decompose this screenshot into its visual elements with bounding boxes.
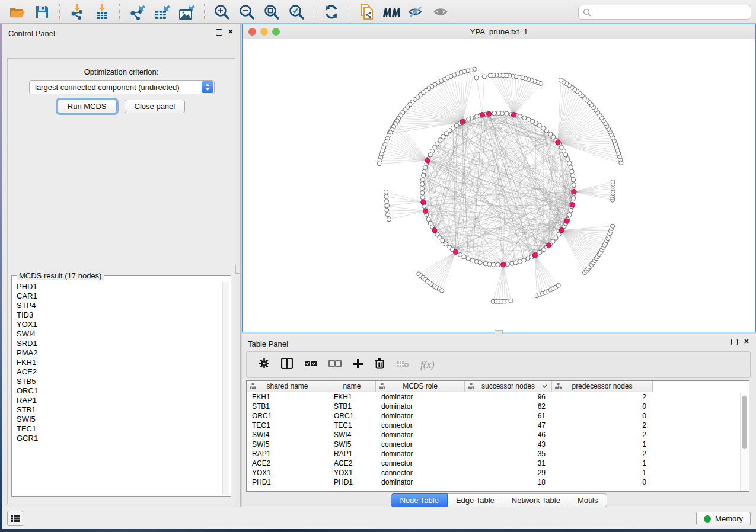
- mcds-result-item[interactable]: SRD1: [13, 339, 222, 348]
- splitter-handle[interactable]: [235, 265, 241, 274]
- table-row[interactable]: STB1STB1dominator620: [247, 402, 749, 411]
- mcds-result-item[interactable]: GCR1: [13, 434, 222, 443]
- column-header-MCDS-role[interactable]: MCDS role: [376, 381, 465, 392]
- column-header-label: name: [343, 382, 361, 390]
- mcds-result-item[interactable]: FKH1: [13, 358, 222, 367]
- column-header-predecessor-nodes[interactable]: predecessor nodes: [552, 381, 653, 392]
- zoom-in-button[interactable]: [212, 3, 231, 21]
- mcds-result-item[interactable]: YOX1: [13, 320, 222, 329]
- table-row[interactable]: TEC1TEC1connector472: [247, 421, 749, 430]
- add-column-button[interactable]: [353, 358, 363, 371]
- table-row[interactable]: FKH1FKH1dominator962: [247, 392, 749, 402]
- memory-status-icon: [704, 515, 711, 523]
- network-search-field[interactable]: [578, 5, 751, 20]
- mcds-result-item[interactable]: STB1: [13, 405, 222, 415]
- table-row[interactable]: SWI5SWI5connector431: [247, 440, 749, 449]
- clone-network-icon: [359, 4, 374, 20]
- trash-icon: [375, 358, 385, 369]
- zoom-selected-button[interactable]: [287, 3, 306, 21]
- column-header-shared-name[interactable]: shared name: [247, 381, 328, 392]
- export-image-button[interactable]: [177, 3, 196, 21]
- table-cell: 2: [552, 421, 653, 430]
- table-row[interactable]: ORC1ORC1dominator610: [247, 411, 749, 421]
- open-folder-button[interactable]: [8, 3, 27, 21]
- table-toolbar: f(x): [246, 351, 751, 378]
- tab-network-table[interactable]: Network Table: [503, 493, 569, 507]
- hide-selected-button[interactable]: [407, 3, 426, 21]
- table-cell: 2: [552, 392, 653, 402]
- mcds-result-item[interactable]: RAP1: [13, 396, 222, 405]
- column-header-name[interactable]: name: [328, 381, 376, 392]
- close-panel-icon[interactable]: ×: [228, 27, 233, 36]
- table-row[interactable]: YOX1YOX1connector291: [247, 468, 749, 477]
- network-canvas[interactable]: [243, 39, 755, 332]
- delete-table-button[interactable]: [396, 360, 409, 370]
- table-cell: ORC1: [247, 411, 328, 421]
- mcds-list-scrollbar[interactable]: [222, 282, 229, 495]
- import-table-button[interactable]: [92, 3, 111, 21]
- table-scrollbar[interactable]: [740, 393, 748, 491]
- select-all-button[interactable]: [304, 360, 317, 370]
- deselect-all-button[interactable]: [328, 360, 342, 370]
- control-panel: Control Panel × NetworkStyleSelectMCDS O…: [2, 24, 240, 507]
- table-cell: connector: [376, 459, 465, 468]
- search-input[interactable]: [594, 8, 751, 17]
- mcds-result-item[interactable]: PHD1: [13, 282, 222, 291]
- table-row[interactable]: PHD1PHD1dominator180: [247, 477, 749, 487]
- split-panel-button[interactable]: [281, 358, 293, 371]
- save-button[interactable]: [33, 3, 52, 21]
- table-cell: 47: [465, 421, 552, 430]
- table-cell: SWI4: [328, 430, 376, 440]
- mcds-result-item[interactable]: TEC1: [13, 424, 222, 434]
- mcds-result-item[interactable]: TID3: [13, 310, 222, 320]
- optimization-criterion-select[interactable]: largest connected component (undirected): [29, 80, 215, 94]
- network-view-titlebar[interactable]: YPA_prune.txt_1: [243, 24, 755, 39]
- show-all-button[interactable]: [432, 3, 451, 21]
- zoom-selected-icon: [288, 4, 305, 20]
- mcds-result-item[interactable]: STP4: [13, 301, 222, 310]
- function-builder-button[interactable]: f(x): [420, 359, 435, 371]
- tab-node-table[interactable]: Node Table: [391, 493, 448, 507]
- node-table: shared namenameMCDS rolesuccessor nodesp…: [246, 380, 749, 492]
- zoom-out-button[interactable]: [237, 3, 256, 21]
- table-cell: dominator: [376, 392, 465, 402]
- tab-edge-table[interactable]: Edge Table: [448, 493, 503, 507]
- table-cell: SWI4: [247, 430, 328, 440]
- table-row[interactable]: SWI4SWI4dominator462: [247, 430, 749, 440]
- open-folder-icon: [9, 5, 25, 18]
- mcds-result-item[interactable]: STB5: [13, 377, 222, 386]
- zoom-fit-button[interactable]: [262, 3, 281, 21]
- float-window-icon[interactable]: [731, 339, 738, 345]
- mcds-result-item[interactable]: ORC1: [13, 386, 222, 396]
- table-scrollbar-thumb[interactable]: [742, 396, 747, 449]
- delete-button[interactable]: [375, 358, 385, 371]
- export-table-button[interactable]: [152, 3, 171, 21]
- export-network-button[interactable]: [127, 3, 146, 21]
- run-mcds-button[interactable]: Run MCDS: [58, 100, 117, 113]
- table-header-row: shared namenameMCDS rolesuccessor nodesp…: [247, 381, 749, 392]
- gear-button[interactable]: [259, 358, 270, 371]
- tab-motifs[interactable]: Motifs: [569, 493, 607, 507]
- import-network-button[interactable]: [68, 3, 87, 21]
- first-neighbors-button[interactable]: [382, 3, 401, 21]
- column-header-successor-nodes[interactable]: successor nodes: [465, 381, 552, 392]
- close-panel-icon[interactable]: ×: [744, 336, 749, 346]
- mcds-result-item[interactable]: ACE2: [13, 367, 222, 377]
- mcds-result-item[interactable]: SWI5: [13, 415, 222, 424]
- float-window-icon[interactable]: [216, 29, 222, 36]
- table-row[interactable]: ACE2ACE2connector311: [247, 459, 749, 468]
- table-row[interactable]: RAP1RAP1dominator352: [247, 449, 749, 459]
- mcds-result-item[interactable]: SWI4: [13, 329, 222, 339]
- clone-network-button[interactable]: [357, 3, 376, 21]
- mcds-result-item[interactable]: CAR1: [13, 291, 222, 301]
- table-cell: connector: [376, 421, 465, 430]
- desktop-wallpaper-bottom: [0, 529, 756, 532]
- show-task-history-button[interactable]: [7, 511, 23, 526]
- mcds-result-item[interactable]: PMA2: [13, 348, 222, 358]
- refresh-layout-button[interactable]: [322, 3, 341, 21]
- memory-button[interactable]: Memory: [696, 512, 751, 525]
- table-cell: dominator: [376, 402, 465, 411]
- close-panel-button[interactable]: Close panel: [125, 100, 186, 113]
- table-panel-tabs: Node TableEdge TableNetwork TableMotifs: [242, 493, 756, 507]
- main-toolbar: [0, 0, 756, 24]
